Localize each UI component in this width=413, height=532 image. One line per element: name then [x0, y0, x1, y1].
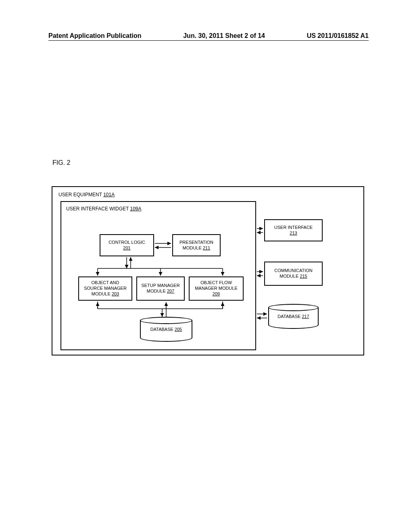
user-equipment-ref: 101A [103, 192, 115, 197]
communication-module: COMMUNICATION MODULE 215 [264, 262, 323, 286]
obj-label2: SOURCE MANAGER [84, 286, 127, 291]
user-equipment-title: USER EQUIPMENT [58, 192, 103, 197]
flow-label1: OBJECT FLOW [200, 280, 232, 286]
cylinder-bottom-icon [140, 338, 192, 342]
setup-label1: SETUP MANAGER [141, 283, 179, 289]
flow-ref: 209 [213, 291, 220, 297]
control-logic-module: CONTROL LOGIC 201 [100, 234, 154, 256]
obj-label1: OBJECT AND [92, 280, 119, 286]
control-logic-ref: 201 [123, 245, 130, 251]
db217-label: DATABASE 217 [277, 314, 309, 319]
database-217: DATABASE 217 [268, 304, 319, 329]
database-205: DATABASE 205 [140, 317, 192, 342]
control-logic-label: CONTROL LOGIC [108, 240, 145, 245]
ui-widget-label: USER INTERFACE WIDGET 109A [66, 206, 142, 212]
flow-label2: MANAGER MODULE [195, 286, 238, 291]
ui-ref: 213 [290, 231, 297, 236]
header-left: Patent Application Publication [48, 32, 142, 39]
setup-label2: MODULE 207 [147, 289, 174, 294]
user-equipment-label: USER EQUIPMENT 101A [58, 192, 115, 197]
obj-label3: MODULE 203 [92, 291, 119, 297]
cylinder-top-icon [268, 304, 319, 311]
ui-label: USER INTERFACE [274, 225, 313, 231]
user-interface-module: USER INTERFACE 213 [264, 219, 323, 241]
page-header: Patent Application Publication Jun. 30, … [48, 32, 369, 41]
presentation-label2: MODULE 211 [183, 245, 210, 251]
header-right: US 2011/0161852 A1 [307, 32, 369, 39]
presentation-label1: PRESENTATION [179, 240, 213, 245]
cylinder-bottom-icon [268, 325, 319, 329]
ui-widget-box: USER INTERFACE WIDGET 109A CONTROL LOGIC… [60, 201, 256, 350]
db205-label: DATABASE 205 [150, 327, 182, 332]
object-flow-manager-module: OBJECT FLOW MANAGER MODULE 209 [189, 276, 244, 301]
comm-label1: COMMUNICATION [274, 268, 313, 274]
ui-widget-ref: 109A [130, 206, 141, 212]
header-center: Jun. 30, 2011 Sheet 2 of 14 [183, 32, 265, 39]
ui-widget-title: USER INTERFACE WIDGET [66, 206, 130, 212]
setup-manager-module: SETUP MANAGER MODULE 207 [136, 276, 185, 301]
user-equipment-box: USER EQUIPMENT 101A USER INTERFACE WIDGE… [52, 186, 364, 355]
cylinder-top-icon [140, 317, 192, 324]
comm-label2: MODULE 215 [280, 274, 307, 279]
presentation-module: PRESENTATION MODULE 211 [172, 234, 221, 256]
figure-label: FIG. 2 [52, 159, 70, 166]
object-source-manager-module: OBJECT AND SOURCE MANAGER MODULE 203 [78, 276, 132, 301]
